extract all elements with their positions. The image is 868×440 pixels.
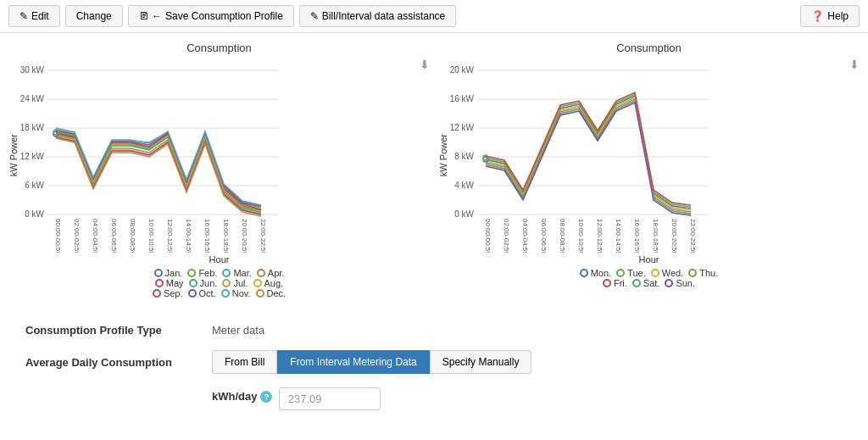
legend-mon: Mon. bbox=[580, 268, 611, 278]
right-chart-wrap: ⬇ kW Power 20 kW 16 kW 12 kW 8 kW 4 kW 0… bbox=[438, 58, 860, 253]
legend-feb: Feb. bbox=[187, 268, 217, 278]
svg-text:0 kW: 0 kW bbox=[454, 209, 474, 219]
svg-text:12:00-12:59: 12:00-12:59 bbox=[596, 219, 604, 253]
left-chart-wrap: ⬇ kW Power 30 kW 24 kW 18 kW 12 kW 6 kW … bbox=[8, 58, 430, 253]
svg-text:22:00-22:59: 22:00-22:59 bbox=[259, 219, 267, 253]
change-button[interactable]: Change bbox=[65, 5, 123, 27]
svg-text:14:00-14:59: 14:00-14:59 bbox=[615, 219, 622, 253]
legend-mar-dot bbox=[222, 269, 231, 277]
svg-text:8 kW: 8 kW bbox=[454, 152, 474, 161]
profile-type-row: Consumption Profile Type Meter data bbox=[25, 324, 843, 337]
legend-jan: Jan. bbox=[154, 268, 183, 278]
form-section: Consumption Profile Type Meter data Aver… bbox=[8, 315, 860, 432]
legend-nov: Nov. bbox=[221, 288, 251, 298]
kwh-input[interactable] bbox=[279, 387, 381, 410]
legend-sep: Sep. bbox=[153, 288, 183, 298]
svg-text:16 kW: 16 kW bbox=[450, 94, 475, 103]
left-chart-title: Consumption bbox=[8, 42, 430, 54]
pencil-icon: ✎ bbox=[310, 10, 319, 22]
legend-tue-dot bbox=[616, 269, 625, 277]
legend-mar: Mar. bbox=[222, 268, 251, 278]
toolbar: ✎ Edit Change 🖹 ← Save Consumption Profi… bbox=[0, 0, 868, 33]
legend-jul: Jul. bbox=[222, 278, 248, 288]
legend-sep-dot bbox=[153, 289, 161, 298]
svg-text:12:00-12:59: 12:00-12:59 bbox=[166, 219, 174, 253]
left-chart-svg: 30 kW 24 kW 18 kW 12 kW 6 kW 0 kW bbox=[20, 58, 283, 253]
legend-dec: Dec. bbox=[256, 288, 287, 298]
help-icon: ❓ bbox=[811, 10, 824, 22]
svg-text:24 kW: 24 kW bbox=[20, 94, 45, 103]
kwh-help-icon[interactable]: ? bbox=[260, 391, 272, 403]
legend-thu: Thu. bbox=[688, 268, 718, 278]
legend-jun: Jun. bbox=[189, 278, 218, 288]
svg-text:6 kW: 6 kW bbox=[25, 181, 44, 190]
legend-oct: Oct. bbox=[188, 288, 216, 298]
profile-type-label: Consumption Profile Type bbox=[25, 324, 212, 337]
legend-nov-dot bbox=[221, 289, 230, 298]
legend-jun-dot bbox=[189, 279, 198, 287]
legend-sun: Sun. bbox=[665, 278, 695, 288]
legend-aug-dot bbox=[253, 279, 262, 287]
specify-manually-button[interactable]: Specify Manually bbox=[430, 350, 532, 374]
legend-sat-dot bbox=[632, 279, 641, 287]
svg-text:06:00-06:59: 06:00-06:59 bbox=[540, 219, 548, 253]
from-bill-button[interactable]: From Bill bbox=[212, 350, 277, 374]
edit-icon: ✎ bbox=[19, 10, 28, 22]
svg-text:18:00-18:59: 18:00-18:59 bbox=[222, 219, 230, 253]
svg-text:4 kW: 4 kW bbox=[454, 181, 474, 190]
left-y-label: kW Power bbox=[8, 134, 19, 176]
right-chart-svg: 20 kW 16 kW 12 kW 8 kW 4 kW 0 kW bbox=[450, 58, 713, 253]
svg-text:12 kW: 12 kW bbox=[450, 123, 475, 132]
right-x-label: Hour bbox=[438, 254, 860, 265]
legend-wed: Wed. bbox=[651, 268, 683, 278]
legend-may: May bbox=[155, 278, 184, 288]
svg-text:20:00-20:59: 20:00-20:59 bbox=[241, 219, 248, 253]
save-icon: 🖹 ← bbox=[139, 10, 162, 22]
svg-text:18 kW: 18 kW bbox=[20, 123, 45, 132]
avg-daily-label: Average Daily Consumption bbox=[25, 356, 212, 369]
kwh-row: kWh/day ? bbox=[212, 387, 843, 410]
svg-text:18:00-18:59: 18:00-18:59 bbox=[652, 219, 659, 253]
right-chart-title: Consumption bbox=[438, 42, 860, 54]
legend-thu-dot bbox=[688, 269, 697, 277]
svg-text:08:00-08:59: 08:00-08:59 bbox=[559, 219, 566, 253]
legend-jul-dot bbox=[222, 279, 231, 287]
profile-type-value: Meter data bbox=[212, 324, 264, 337]
bill-assistance-button[interactable]: ✎ Bill/Interval data assistance bbox=[299, 5, 456, 27]
from-interval-button[interactable]: From Interval Metering Data bbox=[277, 350, 429, 374]
help-button[interactable]: ❓ Help bbox=[800, 5, 860, 27]
svg-text:14:00-14:59: 14:00-14:59 bbox=[185, 219, 192, 253]
svg-text:02:00-02:59: 02:00-02:59 bbox=[503, 219, 510, 253]
right-chart-svg-wrap: kW Power 20 kW 16 kW 12 kW 8 kW 4 kW 0 k… bbox=[438, 58, 860, 253]
edit-button[interactable]: ✎ Edit bbox=[8, 5, 60, 27]
legend-fri-dot bbox=[603, 279, 611, 287]
svg-text:04:00-04:59: 04:00-04:59 bbox=[521, 219, 529, 253]
svg-text:20:00-20:59: 20:00-20:59 bbox=[670, 219, 678, 253]
legend-tue: Tue. bbox=[616, 268, 646, 278]
legend-mon-dot bbox=[580, 269, 588, 277]
right-legend: Mon. Tue. Wed. Thu. bbox=[438, 268, 860, 288]
svg-text:22:00-22:59: 22:00-22:59 bbox=[689, 219, 697, 253]
avg-daily-btn-group: From Bill From Interval Metering Data Sp… bbox=[212, 350, 531, 374]
save-button[interactable]: 🖹 ← Save Consumption Profile bbox=[128, 5, 294, 27]
legend-fri: Fri. bbox=[603, 278, 627, 288]
legend-may-dot bbox=[155, 279, 164, 287]
avg-daily-row: Average Daily Consumption From Bill From… bbox=[25, 350, 843, 374]
svg-text:20 kW: 20 kW bbox=[450, 65, 475, 75]
svg-text:12 kW: 12 kW bbox=[20, 152, 45, 161]
left-legend: Jan. Feb. Mar. Apr. bbox=[8, 268, 430, 298]
right-y-label: kW Power bbox=[438, 134, 448, 176]
svg-text:0 kW: 0 kW bbox=[25, 209, 44, 219]
kwh-label: kWh/day ? bbox=[212, 390, 272, 403]
right-download-icon[interactable]: ⬇ bbox=[849, 58, 860, 71]
legend-feb-dot bbox=[187, 269, 196, 277]
svg-text:10:00-10:59: 10:00-10:59 bbox=[147, 219, 155, 253]
svg-text:08:00-08:59: 08:00-08:59 bbox=[129, 219, 136, 253]
svg-text:16:00-16:59: 16:00-16:59 bbox=[633, 219, 641, 253]
svg-text:04:00-04:59: 04:00-04:59 bbox=[92, 219, 99, 253]
svg-text:30 kW: 30 kW bbox=[20, 65, 45, 75]
main-content: Consumption ⬇ kW Power 30 kW 24 kW 18 kW… bbox=[0, 33, 868, 440]
legend-oct-dot bbox=[188, 289, 197, 298]
svg-text:06:00-06:59: 06:00-06:59 bbox=[110, 219, 118, 253]
left-download-icon[interactable]: ⬇ bbox=[420, 58, 430, 71]
